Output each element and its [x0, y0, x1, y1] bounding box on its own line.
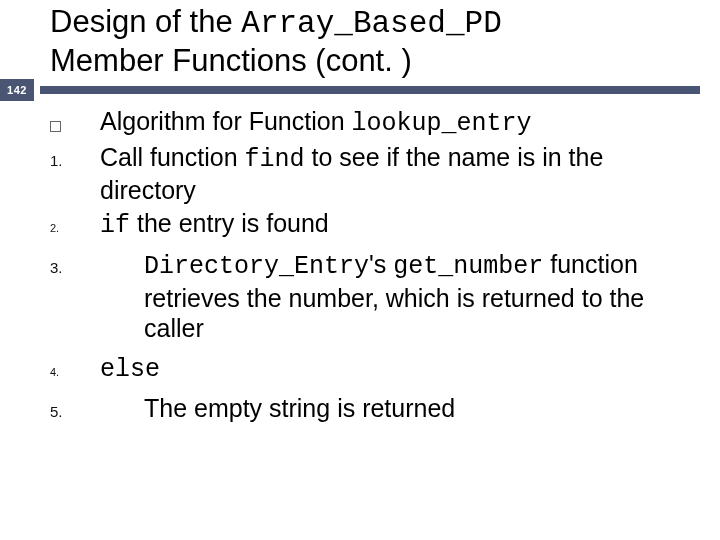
- item1-marker: 1.: [46, 152, 100, 170]
- item3-num: 3.: [50, 259, 63, 276]
- slide-body: Algorithm for Function lookup_entry 1. C…: [46, 106, 696, 426]
- item1-prefix: Call function: [100, 143, 245, 171]
- item3-code2: get_number: [393, 252, 543, 281]
- item2-num: 2.: [50, 222, 59, 234]
- title-code-1: Array_Based_PD: [241, 6, 501, 41]
- bullet-heading: Algorithm for Function lookup_entry: [46, 106, 696, 140]
- item3-text: Directory_Entry's get_number function re…: [100, 249, 696, 344]
- item5-text: The empty string is returned: [100, 393, 696, 424]
- item1-text: Call function find to see if the name is…: [100, 142, 696, 206]
- list-item-4: 4. else: [46, 352, 696, 386]
- page-number-badge: 142: [0, 79, 34, 101]
- list-item-5: 5. The empty string is returned: [46, 393, 696, 424]
- item4-text: else: [100, 352, 696, 386]
- slide-title: Design of the Array_Based_PD Member Func…: [0, 0, 720, 79]
- page-number: 142: [7, 84, 27, 96]
- title-line-1: Design of the Array_Based_PD: [50, 4, 720, 43]
- item4-marker: 4.: [46, 362, 100, 380]
- item1-num: 1.: [50, 152, 63, 169]
- slide: Design of the Array_Based_PD Member Func…: [0, 0, 720, 540]
- item2-suffix: the entry is found: [130, 209, 329, 237]
- item2-code: if: [100, 211, 130, 240]
- heading-code: lookup_entry: [352, 109, 532, 138]
- item3-marker: 3.: [46, 259, 100, 277]
- list-item-1: 1. Call function find to see if the name…: [46, 142, 696, 206]
- item5-marker: 5.: [46, 403, 100, 421]
- heading-text: Algorithm for Function lookup_entry: [100, 106, 696, 140]
- title-underline: [40, 86, 700, 94]
- item1-code: find: [245, 145, 305, 174]
- item5-body: The empty string is returned: [144, 394, 455, 422]
- title-text-1: Design of the: [50, 4, 241, 39]
- item3-code1: Directory_Entry: [144, 252, 369, 281]
- title-text-2: Member Functions (cont. ): [50, 43, 412, 78]
- heading-prefix: Algorithm for Function: [100, 107, 352, 135]
- item4-num: 4.: [50, 366, 59, 378]
- title-line-2: Member Functions (cont. ): [50, 43, 720, 80]
- item2-text: if the entry is found: [100, 208, 696, 242]
- item3-mid1: 's: [369, 250, 393, 278]
- list-item-3: 3. Directory_Entry's get_number function…: [46, 249, 696, 344]
- item2-marker: 2.: [46, 218, 100, 236]
- square-bullet-icon: [50, 121, 61, 132]
- bullet-marker: [46, 116, 100, 134]
- list-item-2: 2. if the entry is found: [46, 208, 696, 242]
- item4-code: else: [100, 355, 160, 384]
- item5-num: 5.: [50, 403, 63, 420]
